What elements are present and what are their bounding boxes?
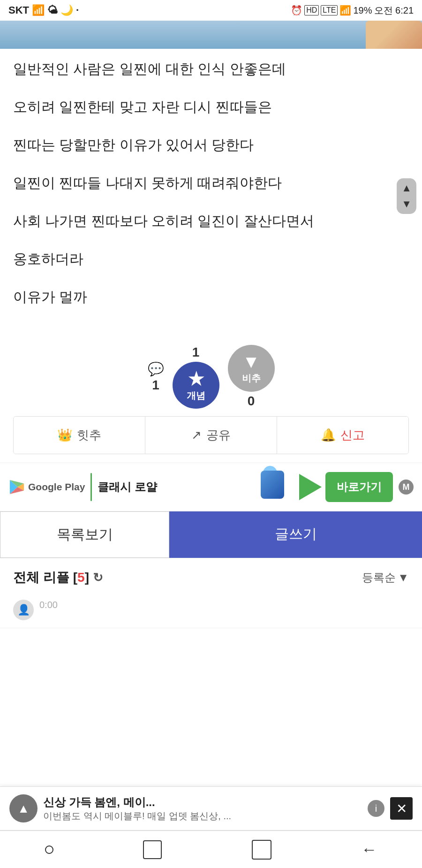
write-post-button[interactable]: 글쓰기 [169, 511, 422, 558]
hits-label: 힛추 [77, 427, 101, 443]
ad-m-badge: M [399, 480, 414, 495]
sort-chevron-icon: ▼ [398, 571, 409, 584]
content-line-1: 일반적인 사람은 일찐에 대한 인식 안좋은데 [13, 58, 409, 79]
weather-icon2: 🌙 [60, 4, 73, 16]
hits-button[interactable]: 👑 힛추 [14, 417, 145, 454]
dislike-button[interactable]: ▼ 비추 [228, 345, 275, 392]
battery-text: 19% [353, 5, 372, 16]
action-row: 👑 힛추 ↗ 공유 🔔 신고 [13, 416, 409, 454]
content-line-4: 일찐이 찐따들 나대지 못하게 때려줘야한다 [13, 172, 409, 193]
reply-content: 0:00 [39, 600, 409, 620]
share-button[interactable]: ↗ 공유 [145, 417, 277, 454]
ad-game-name: 클래시 로얄 [98, 480, 255, 495]
nav-square-button[interactable] [252, 840, 271, 860]
reaction-bar: 💬 1 1 ★ 개념 ▼ 비추 0 [0, 334, 422, 416]
content-line-5: 사회 나가면 찐따보다 오히려 일진이 잘산다면서 [13, 210, 409, 231]
reply-count-badge: [5] [73, 570, 89, 585]
hero-image [0, 21, 422, 49]
weather-icon: 🌤 [47, 4, 58, 16]
like-count-above: 1 [192, 345, 200, 360]
reply-item: 👤 0:00 [0, 592, 422, 628]
like-button[interactable]: ★ 개념 [173, 362, 219, 409]
status-bar: SKT 📶 🌤 🌙 · ⏰ HD LTE 📶 19% 오전 6:21 [0, 0, 422, 21]
content-line-2: 오히려 일찐한테 맞고 자란 디시 찐따들은 [13, 96, 409, 117]
nav-back-button[interactable]: ← [361, 840, 377, 859]
hero-character [366, 21, 422, 49]
share-icon: ↗ [191, 428, 202, 442]
content-line-3: 찐따는 당할만한 이유가 있어서 당한다 [13, 134, 409, 155]
alarm-bell-icon: 🔔 [321, 428, 336, 442]
share-label: 공유 [206, 427, 231, 443]
dislike-icon: ▼ [242, 352, 260, 372]
list-view-button[interactable]: 목록보기 [0, 511, 169, 558]
reply-refresh-button[interactable]: ↻ [93, 571, 103, 585]
status-carrier: SKT 📶 🌤 🌙 · [8, 4, 79, 16]
star-icon: ★ [188, 369, 204, 389]
reply-avatar: 👤 [13, 600, 34, 620]
reply-header: 전체 리플 [5] ↻ 등록순 ▼ [0, 558, 422, 592]
scroll-indicator[interactable]: ▲ ▼ [397, 178, 416, 214]
reply-time: 0:00 [39, 600, 58, 610]
google-play-text: Google Play [28, 481, 85, 493]
reply-count-number: 5 [77, 570, 85, 585]
dot-separator: · [76, 4, 79, 16]
comment-count-area: 💬 1 [148, 361, 164, 393]
post-content: 일반적인 사람은 일찐에 대한 인식 안좋은데 오히려 일찐한테 맞고 자란 디… [0, 49, 422, 334]
signal-icon: 📶 [32, 4, 45, 16]
dislike-count: 0 [248, 394, 255, 409]
dislike-label: 비추 [242, 372, 261, 385]
bottom-buttons: 목록보기 글쓰기 [0, 511, 422, 558]
ad-cta-area: 바로가기 [299, 472, 393, 502]
time-display: 오전 6:21 [374, 4, 414, 17]
notification-title: 신상 가득 봄엔, 메이... [43, 795, 362, 810]
notification-info-button[interactable]: i [368, 800, 384, 817]
carrier-text: SKT [8, 4, 29, 16]
like-label: 개념 [187, 389, 205, 402]
signal-bars: 📶 [339, 5, 351, 16]
report-label: 신고 [340, 427, 365, 443]
reply-sort-button[interactable]: 등록순 ▼ [362, 570, 409, 585]
lte-badge: LTE [321, 5, 338, 15]
comment-icon: 💬 [148, 361, 164, 377]
notification-banner: ▲ 신상 가득 봄엔, 메이... 이번봄도 역시 메이블루! 매일 업뎃 봄신… [0, 786, 422, 830]
avatar-icon: 👤 [17, 604, 30, 616]
hd-badge: HD [304, 5, 319, 15]
notif-scroll-up-button[interactable]: ▲ [9, 794, 38, 822]
nav-home-button[interactable] [45, 845, 53, 854]
notification-subtitle: 이번봄도 역시 메이블루! 매일 업뎃 봄신상, ... [43, 810, 362, 822]
content-line-6: 옹호하더라 [13, 248, 409, 269]
content-line-7: 이유가 멀까 [13, 286, 409, 307]
ad-divider [90, 473, 92, 501]
ad-character [261, 471, 294, 503]
status-right: ⏰ HD LTE 📶 19% 오전 6:21 [291, 4, 414, 17]
comment-count: 1 [152, 378, 159, 393]
reply-title-area: 전체 리플 [5] ↻ [13, 569, 103, 586]
alarm-icon: ⏰ [291, 5, 302, 16]
system-nav-bar: ← [0, 830, 422, 868]
crown-icon: 👑 [57, 428, 72, 442]
nav-recent-button[interactable] [143, 840, 162, 859]
google-play-logo: Google Play [8, 479, 85, 495]
play-arrow-icon [299, 474, 322, 500]
ad-banner: Google Play 클래시 로얄 바로가기 M [0, 463, 422, 511]
reply-title-text: 전체 리플 [13, 569, 69, 586]
scroll-up-arrow[interactable]: ▲ [401, 182, 412, 194]
notification-text-area: 신상 가득 봄엔, 메이... 이번봄도 역시 메이블루! 매일 업뎃 봄신상,… [43, 795, 362, 822]
scroll-down-arrow[interactable]: ▼ [401, 198, 412, 210]
google-play-icon [8, 479, 25, 495]
ad-char-body [261, 471, 284, 499]
report-button[interactable]: 🔔 신고 [277, 417, 408, 454]
notification-close-button[interactable]: ✕ [390, 797, 413, 820]
ad-goto-button[interactable]: 바로가기 [325, 472, 393, 502]
sort-label: 등록순 [362, 570, 396, 585]
